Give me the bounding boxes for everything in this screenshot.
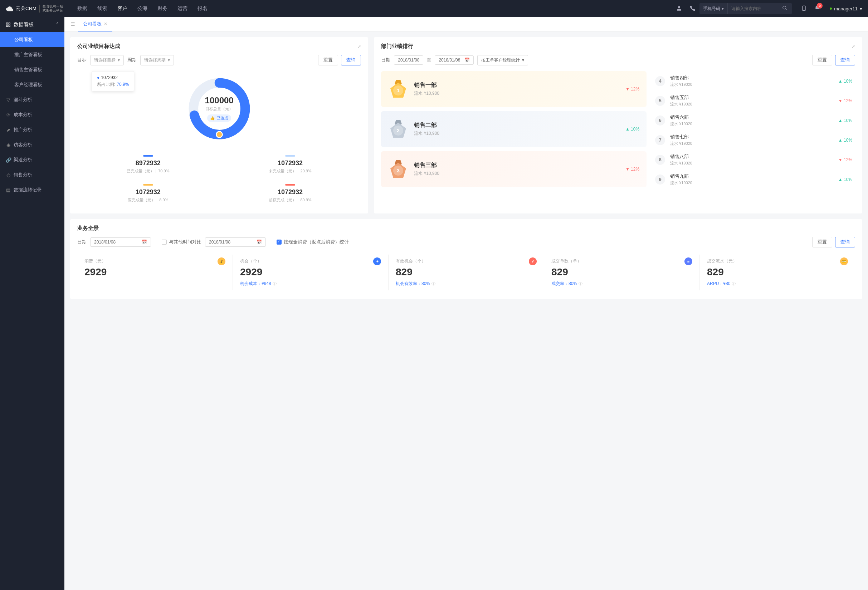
bell-icon[interactable]: 5 xyxy=(814,5,821,13)
svg-text:1: 1 xyxy=(397,88,400,93)
topnav-item[interactable]: 报名 xyxy=(198,5,208,12)
search-type-select[interactable]: 手机号码▾ xyxy=(700,3,728,14)
svg-point-0 xyxy=(678,6,680,8)
donut-center: 100000 目标总量（元） 👍已达成 xyxy=(205,96,234,122)
stat-by-select[interactable]: 按工单客户经理统计▾ xyxy=(477,55,528,65)
cash-stat-checkbox[interactable] xyxy=(276,240,282,244)
achieved-badge: 👍已达成 xyxy=(207,115,231,122)
sidebar-item[interactable]: ▽漏斗分析 xyxy=(0,92,64,107)
status-dot xyxy=(830,7,832,10)
expand-icon[interactable]: ⤢ xyxy=(357,44,361,49)
sidebar-item-icon: ⬈ xyxy=(6,127,11,132)
reset-button[interactable]: 重置 xyxy=(318,55,338,65)
biz-card: 业务全景 日期 2018/01/08📅 与其他时间对比 2018/01/08📅 … xyxy=(70,219,862,299)
expand-icon[interactable]: ⤢ xyxy=(852,44,855,49)
cloud-icon xyxy=(6,4,13,13)
sidebar-item[interactable]: 🔗渠道分析 xyxy=(0,152,64,167)
chevron-down-icon: ▾ xyxy=(168,57,170,63)
logo[interactable]: 云朵CRM 教育机构一站式服务云平台 xyxy=(6,4,63,13)
query-button[interactable]: 查询 xyxy=(835,237,855,247)
rank-top-card[interactable]: 1销售一部流水 ¥10,900▼ 12% xyxy=(381,71,647,107)
chevron-down-icon: ▾ xyxy=(722,6,724,11)
brand-name: 云朵CRM xyxy=(16,5,37,12)
user-icon[interactable] xyxy=(676,5,682,13)
user-menu[interactable]: manager11 ▾ xyxy=(830,6,862,12)
sidebar-item[interactable]: ⟳成本分析 xyxy=(0,107,64,122)
rank-row[interactable]: 9销售九部流水 ¥19020▲ 10% xyxy=(652,169,855,189)
username: manager11 xyxy=(834,6,858,12)
topnav: 数据线索客户公海财务运营报名 xyxy=(77,5,208,12)
metric-cell: 机会（个）✈2929机会成本：¥948 ⓘ xyxy=(233,255,388,290)
rank-row[interactable]: 4销售四部流水 ¥19020▲ 10% xyxy=(652,71,855,91)
search-icon[interactable] xyxy=(778,5,792,12)
date-input-2[interactable]: 2018/01/08📅 xyxy=(205,237,266,247)
topnav-item[interactable]: 客户 xyxy=(117,5,127,12)
hamburger-icon[interactable]: ☰ xyxy=(68,21,78,27)
metric-cell: 消费（元）💰2929 xyxy=(77,255,233,290)
metric-icon: ✔ xyxy=(529,257,537,265)
biz-title: 业务全景 xyxy=(77,225,855,232)
target-select[interactable]: 请选择目标▾ xyxy=(90,55,124,65)
chevron-down-icon: ▾ xyxy=(118,57,120,63)
stat-cell: 8972932已完成量（元）70.9% xyxy=(77,150,219,179)
reset-button[interactable]: 重置 xyxy=(812,237,832,247)
dashboard-icon xyxy=(6,22,11,27)
medal-icon: 1 xyxy=(388,79,408,99)
period-select[interactable]: 请选择周期▾ xyxy=(140,55,174,65)
sidebar-item[interactable]: ◉访客分析 xyxy=(0,137,64,152)
rank-number: 5 xyxy=(655,96,665,106)
period-label: 周期 xyxy=(127,57,137,63)
topnav-item[interactable]: 运营 xyxy=(177,5,187,12)
sidebar-item[interactable]: ⬈推广分析 xyxy=(0,122,64,137)
sidebar-item-icon: ◎ xyxy=(6,172,11,178)
svg-rect-5 xyxy=(6,23,8,24)
query-button[interactable]: 查询 xyxy=(341,55,361,65)
rank-title: 部门业绩排行 xyxy=(381,43,413,50)
sidebar-item[interactable]: 客户经理看板 xyxy=(0,77,64,92)
brand-tagline: 教育机构一站式服务云平台 xyxy=(39,4,63,13)
tabbar: ☰ 公司看板 ✕ xyxy=(64,17,868,31)
sidebar: 数据看板 ˄ 公司看板推广主管看板销售主管看板客户经理看板 ▽漏斗分析⟳成本分析… xyxy=(0,17,64,590)
date-sep: 至 xyxy=(427,57,431,63)
help-icon[interactable]: ⓘ xyxy=(579,281,583,287)
thumbs-up-icon: 👍 xyxy=(210,116,215,121)
query-button[interactable]: 查询 xyxy=(835,55,855,65)
date-to-input[interactable]: 2018/01/08📅 xyxy=(435,56,474,65)
rank-top-card[interactable]: 2销售二部流水 ¥10,900▲ 10% xyxy=(381,111,647,147)
sidebar-item-icon: ◉ xyxy=(6,142,11,148)
sidebar-item[interactable]: 公司看板 xyxy=(0,32,64,47)
compare-checkbox[interactable] xyxy=(162,240,167,244)
sidebar-item[interactable]: 销售主管看板 xyxy=(0,62,64,77)
reset-button[interactable]: 重置 xyxy=(812,55,832,65)
chevron-down-icon: ▾ xyxy=(860,6,862,12)
help-icon[interactable]: ⓘ xyxy=(732,281,736,287)
date-input-1[interactable]: 2018/01/08📅 xyxy=(90,237,151,247)
topnav-item[interactable]: 线索 xyxy=(97,5,107,12)
topnav-item[interactable]: 数据 xyxy=(77,5,87,12)
stat-cell: 1072932应完成量（元）8.9% xyxy=(77,179,219,208)
close-icon[interactable]: ✕ xyxy=(104,21,107,26)
topnav-item[interactable]: 财务 xyxy=(158,5,167,12)
search-input[interactable] xyxy=(728,6,778,11)
notif-badge: 5 xyxy=(817,3,822,9)
help-icon[interactable]: ⓘ xyxy=(431,281,435,287)
help-icon[interactable]: ⓘ xyxy=(273,281,276,287)
topnav-item[interactable]: 公海 xyxy=(137,5,148,12)
device-icon[interactable] xyxy=(801,5,807,13)
chevron-down-icon: ▾ xyxy=(522,57,524,63)
tab-company-board[interactable]: 公司看板 ✕ xyxy=(78,17,112,31)
rank-row[interactable]: 6销售六部流水 ¥19020▲ 10% xyxy=(652,110,855,130)
phone-icon[interactable] xyxy=(689,5,696,13)
donut-chart: ●1072932 所占比例:70.9% 100000 目标总量（元） 👍已达成 xyxy=(77,71,361,150)
date-from-input[interactable]: 2018/01/08 xyxy=(394,56,423,65)
sidebar-item[interactable]: ◎销售分析 xyxy=(0,167,64,182)
metric-icon: ✈ xyxy=(373,257,381,265)
rank-row[interactable]: 7销售七部流水 ¥19020▲ 10% xyxy=(652,130,855,150)
rank-top-card[interactable]: 3销售三部流水 ¥10,900▼ 12% xyxy=(381,151,647,187)
sidebar-item[interactable]: ▤数据流转记录 xyxy=(0,182,64,197)
rank-row[interactable]: 8销售八部流水 ¥19020▼ 12% xyxy=(652,150,855,169)
sidebar-item[interactable]: 推广主管看板 xyxy=(0,47,64,62)
rank-row[interactable]: 5销售五部流水 ¥19020▼ 12% xyxy=(652,91,855,110)
sidebar-group-dashboards[interactable]: 数据看板 ˄ xyxy=(0,17,64,32)
sidebar-item-icon: ▽ xyxy=(6,97,11,103)
